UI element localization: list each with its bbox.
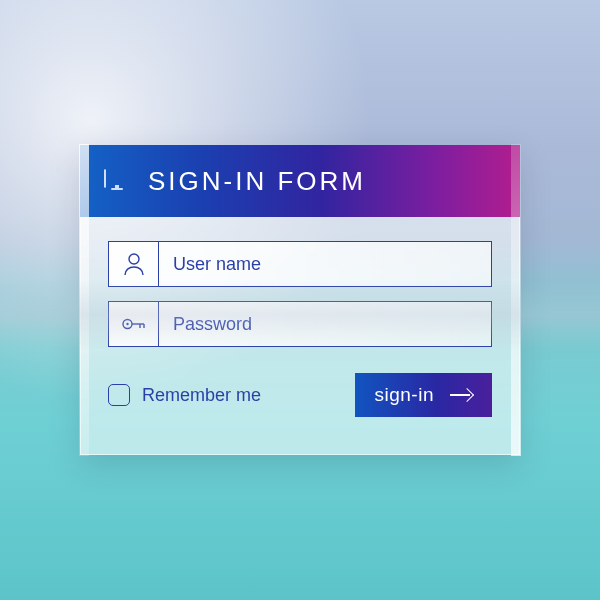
bottom-row: Remember me sign-in <box>108 373 492 417</box>
svg-point-0 <box>129 254 139 264</box>
signin-button[interactable]: sign-in <box>355 373 492 417</box>
signin-header: SIGN-IN FORM <box>80 145 520 217</box>
monitor-icon <box>104 170 130 192</box>
username-field <box>108 241 492 287</box>
remember-label: Remember me <box>142 385 261 406</box>
remember-checkbox[interactable] <box>108 384 130 406</box>
form-area: Remember me sign-in <box>80 217 520 417</box>
arrow-right-icon <box>450 389 474 401</box>
username-input[interactable] <box>159 242 491 286</box>
signin-button-label: sign-in <box>375 384 434 406</box>
user-icon <box>109 242 159 286</box>
remember-me[interactable]: Remember me <box>108 384 261 406</box>
key-icon <box>109 302 159 346</box>
password-field <box>108 301 492 347</box>
signin-card: SIGN-IN FORM <box>80 145 520 455</box>
form-title: SIGN-IN FORM <box>148 166 366 197</box>
password-input[interactable] <box>159 302 491 346</box>
svg-point-2 <box>126 323 128 325</box>
